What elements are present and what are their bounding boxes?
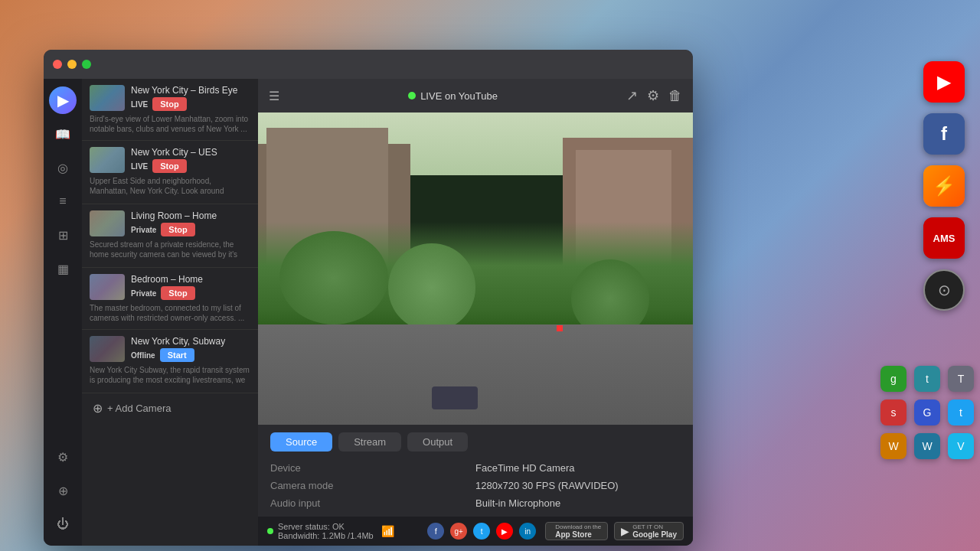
- menu-icon[interactable]: ☰: [269, 89, 279, 103]
- top-bar: ☰ LIVE on YouTube ↗ ⚙ 🗑: [258, 79, 693, 112]
- camera-desc-4: The master bedroom, connected to my list…: [90, 303, 250, 323]
- camera-name-2: New York City – UES: [131, 147, 250, 158]
- tab-stream[interactable]: Stream: [338, 432, 401, 452]
- server-status-text: Server status: OK: [278, 522, 374, 531]
- status-badge-1: LIVE: [131, 100, 148, 109]
- thunder-icon: ⚡: [933, 175, 956, 197]
- facebook-icon: f: [941, 123, 947, 145]
- camera-name-5: New York City, Subway: [131, 336, 250, 347]
- tab-output[interactable]: Output: [407, 432, 468, 452]
- camera-list: New York City – Birds Eye LIVE Stop Bird…: [82, 79, 258, 546]
- live-dot: [408, 92, 416, 99]
- sidebar-icon-add[interactable]: ⊕: [49, 477, 77, 504]
- social-linkedin[interactable]: in: [519, 523, 536, 540]
- google-play-sub: GET IT ON: [632, 523, 677, 530]
- sidebar-icon-list[interactable]: ≡: [49, 187, 77, 215]
- start-button-5[interactable]: Start: [160, 348, 194, 362]
- camera-desc-5: New York City Subway, the rapid transit …: [90, 365, 250, 386]
- ams-label: AMS: [933, 233, 956, 244]
- stop-button-3[interactable]: Stop: [161, 223, 194, 236]
- sidebar-logo[interactable]: ▶: [49, 86, 77, 114]
- camera-info-2: New York City – UES LIVE Stop: [131, 147, 250, 173]
- camera-mode-value: 980x551 30 FPS (RAWVIDEO): [475, 480, 681, 491]
- share-icon[interactable]: ↗: [626, 87, 638, 104]
- camera-item-living-room[interactable]: Living Room – Home Private Stop Secured …: [82, 204, 258, 268]
- app-store-badge[interactable]: Download on the App Store: [545, 522, 608, 540]
- close-button[interactable]: [53, 60, 62, 69]
- social-icons: f g+ t ▶ in: [427, 523, 536, 540]
- status-badge-3: Private: [131, 226, 156, 234]
- bottom-panel: Source Stream Output Device FaceTime HD …: [258, 425, 693, 517]
- status-badge-2: LIVE: [131, 162, 148, 171]
- small-icon-gray[interactable]: T: [948, 366, 974, 392]
- google-play-badge[interactable]: ▶ GET IT ON Google Play: [614, 522, 684, 540]
- small-icon-wp[interactable]: W: [914, 433, 940, 459]
- sidebar-icon-location[interactable]: ◎: [49, 154, 77, 181]
- social-facebook[interactable]: f: [427, 523, 444, 540]
- camera-item-subway[interactable]: New York City, Subway Offline Start New …: [82, 330, 258, 393]
- stop-button-4[interactable]: Stop: [161, 286, 194, 300]
- app-store-label: App Store: [555, 530, 601, 539]
- camera-status-3: Private Stop: [131, 223, 250, 236]
- audio-input-label: Audio input: [270, 497, 475, 509]
- sidebar-icon-power[interactable]: ⏻: [49, 510, 77, 538]
- top-bar-actions: ↗ ⚙ 🗑: [626, 87, 682, 104]
- add-camera-button[interactable]: ⊕ + Add Camera: [82, 393, 258, 423]
- desktop-icon-thunder[interactable]: ⚡: [923, 165, 965, 207]
- minimize-button[interactable]: [67, 60, 77, 69]
- small-icon-orange[interactable]: W: [880, 433, 906, 459]
- sidebar-icon-book[interactable]: 📖: [49, 120, 77, 148]
- camera-name-1: New York City – Birds Eye: [131, 85, 250, 96]
- add-camera-label: + Add Camera: [107, 403, 171, 414]
- store-badges: Download on the App Store ▶ GET IT ON Go…: [545, 522, 684, 540]
- sidebar-icon-settings[interactable]: ⚙: [49, 443, 77, 471]
- camera-name-3: Living Room – Home: [131, 210, 250, 221]
- camera-info-3: Living Room – Home Private Stop: [131, 210, 250, 236]
- camera-item-nyc-birds-eye[interactable]: New York City – Birds Eye LIVE Stop Bird…: [82, 79, 258, 141]
- status-dot: [267, 528, 273, 534]
- desktop-icon-youtube[interactable]: ▶: [923, 61, 965, 103]
- camera-status-2: LIVE Stop: [131, 159, 250, 173]
- google-play-label: Google Play: [632, 530, 677, 539]
- app-window: ▶ 📖 ◎ ≡ ⊞ ▦ ⚙ ⊕ ⏻ New York: [44, 50, 693, 546]
- small-icon-teal[interactable]: t: [914, 366, 940, 392]
- google-play-icon: ▶: [621, 525, 629, 537]
- camera-status-1: LIVE Stop: [131, 97, 250, 111]
- live-text: LIVE on YouTube: [420, 90, 498, 102]
- sidebar-icon-grid[interactable]: ⊞: [49, 221, 77, 249]
- footer: Server status: OK Bandwidth: 1.2Mb /1.4M…: [258, 517, 693, 546]
- camera-info-4: Bedroom – Home Private Stop: [131, 274, 250, 300]
- small-icon-blue[interactable]: G: [914, 399, 940, 425]
- social-twitter[interactable]: t: [473, 523, 490, 540]
- stop-button-2[interactable]: Stop: [152, 159, 186, 173]
- bandwidth-icon: 📶: [381, 525, 394, 537]
- desktop-icon-facebook[interactable]: f: [923, 113, 965, 155]
- main-content: ☰ LIVE on YouTube ↗ ⚙ 🗑: [258, 79, 693, 546]
- app-store-text: Download on the App Store: [555, 523, 601, 539]
- delete-icon[interactable]: 🗑: [668, 88, 682, 104]
- camera-thumb-2: [90, 147, 125, 173]
- maximize-button[interactable]: [82, 60, 91, 69]
- small-icon-green[interactable]: g: [880, 366, 906, 392]
- tab-source[interactable]: Source: [270, 432, 332, 452]
- settings-icon[interactable]: ⚙: [647, 87, 659, 104]
- sidebar-icon-video[interactable]: ▦: [49, 255, 77, 282]
- desktop-icon-ams[interactable]: AMS: [923, 217, 965, 259]
- social-youtube[interactable]: ▶: [496, 523, 513, 540]
- small-icon-twitter[interactable]: t: [948, 399, 974, 425]
- camera-item-bedroom[interactable]: Bedroom – Home Private Stop The master b…: [82, 268, 258, 330]
- audio-input-value: Built-in Microphone: [475, 497, 681, 509]
- camera-name-4: Bedroom – Home: [131, 274, 250, 285]
- desktop-icon-s5[interactable]: ⊙: [923, 269, 965, 311]
- small-icon-vimeo[interactable]: V: [948, 433, 974, 459]
- live-indicator: LIVE on YouTube: [408, 90, 498, 102]
- social-googleplus[interactable]: g+: [450, 523, 467, 540]
- status-badge-4: Private: [131, 289, 156, 298]
- tabs-row: Source Stream Output: [270, 432, 681, 452]
- status-badge-5: Offline: [131, 351, 155, 360]
- camera-item-nyc-ues[interactable]: New York City – UES LIVE Stop Upper East…: [82, 141, 258, 204]
- sidebar: ▶ 📖 ◎ ≡ ⊞ ▦ ⚙ ⊕ ⏻: [44, 79, 82, 546]
- stop-button-1[interactable]: Stop: [152, 97, 186, 111]
- small-icon-red[interactable]: s: [880, 399, 906, 425]
- s5-icon: ⊙: [938, 281, 951, 299]
